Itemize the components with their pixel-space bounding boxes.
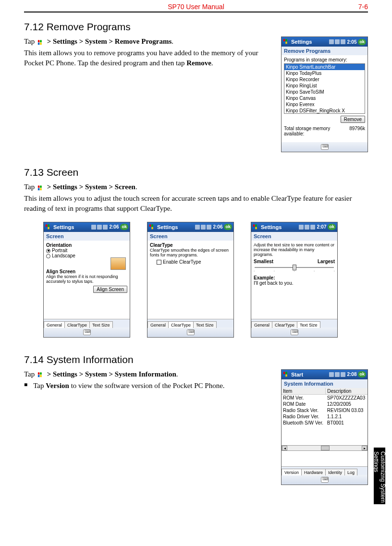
window-title: Settings: [291, 39, 328, 45]
ok-button[interactable]: ok: [358, 39, 366, 45]
list-item[interactable]: Kinpo SaveToSIM: [284, 89, 365, 95]
start-icon[interactable]: [283, 38, 290, 45]
programs-list[interactable]: Kinpo SmartLaunchBar Kinpo TodayPlus Kin…: [284, 63, 365, 114]
section-7-14-heading: 7.14 System Information: [24, 354, 368, 365]
volume-icon: [341, 372, 345, 377]
tab-cleartype[interactable]: ClearType: [272, 321, 297, 328]
section-7-13-heading: 7.13 Screen: [24, 167, 368, 178]
tab-cleartype[interactable]: ClearType: [168, 321, 194, 328]
section-7-12-body: This item allows you to remove programs …: [24, 48, 267, 68]
clock: 2:08: [347, 372, 356, 377]
keyboard-icon[interactable]: [321, 477, 329, 483]
programs-label: Programs in storage memory:: [284, 57, 365, 62]
connection-icon: [201, 225, 206, 230]
list-item[interactable]: Kinpo TodayPlus: [284, 70, 365, 76]
tab-log[interactable]: Log: [344, 469, 357, 475]
scroll-left-icon[interactable]: ◂: [282, 446, 287, 450]
system-info-table: Item Description ROM Ver.SP70XZZZZZA03 R…: [282, 388, 368, 426]
volume-icon: [310, 225, 315, 230]
table-row: Radio Stack Ver.REVISION 03.03: [282, 407, 368, 413]
tab-textsize[interactable]: Text Size: [89, 321, 113, 328]
ok-button[interactable]: ok: [358, 371, 366, 377]
align-screen-desc: Align the screen if it is not responding…: [46, 274, 127, 284]
start-icon[interactable]: [45, 224, 52, 231]
start-icon[interactable]: [149, 224, 156, 231]
enable-cleartype-checkbox[interactable]: Enable ClearType: [157, 259, 231, 265]
tab-general[interactable]: General: [147, 321, 169, 328]
clock: 2:05: [347, 39, 356, 45]
tab-general[interactable]: General: [251, 321, 272, 328]
list-item[interactable]: Kinpo DSFilter_RingRock X: [284, 108, 365, 114]
soft-key-bar: [282, 142, 368, 152]
largest-label: Largest: [318, 259, 335, 264]
screen-subtitle: Screen: [147, 232, 233, 241]
text-size-slider[interactable]: [255, 267, 334, 268]
orientation-label: Orientation: [46, 243, 127, 248]
tab-general[interactable]: General: [44, 321, 65, 328]
table-row: Radio Driver Ver.1.1.2.1: [282, 413, 368, 420]
col-item: Item: [282, 388, 326, 395]
cleartype-desc: ClearType smoothes the edges of screen f…: [150, 248, 231, 257]
col-description: Description: [326, 388, 368, 395]
start-icon[interactable]: [253, 224, 259, 231]
section-7-12-heading: 7.12 Remove Programs: [24, 21, 368, 33]
header-title: SP70 User Manual: [168, 3, 224, 11]
page-header: SP70 User Manual 7-6: [24, 0, 368, 12]
window-title: Settings: [157, 224, 194, 230]
bullet-icon: ■: [24, 381, 27, 390]
horizontal-scrollbar[interactable]: ◂ ▸: [282, 445, 368, 451]
ok-button[interactable]: ok: [328, 224, 336, 230]
table-row: ROM Date12/20/2005: [282, 401, 368, 407]
screen-cleartype-screenshot: Settings 2:06 ok Screen ClearType ClearT…: [147, 222, 234, 338]
system-information-screenshot: Start 2:08 ok System Information Item De…: [281, 369, 368, 485]
tap-path-7-12: Tap > Settings > System > Remove Program…: [24, 36, 267, 46]
clock: 2:07: [317, 224, 326, 230]
radio-portrait[interactable]: Portrait: [46, 248, 127, 253]
ok-button[interactable]: ok: [224, 224, 232, 230]
ppc-titlebar: Settings 2:05 ok: [282, 37, 368, 47]
list-item[interactable]: Kinpo SmartLaunchBar: [284, 64, 365, 70]
table-row: ROM Ver.SP70XZZZZZA03: [282, 394, 368, 401]
screen-textsize-screenshot: Settings 2:07 ok Screen Adjust the text …: [251, 222, 338, 338]
remove-programs-screenshot: Settings 2:05 ok Remove Programs Program…: [281, 36, 368, 152]
keyboard-icon[interactable]: [291, 329, 298, 335]
signal-icon: [299, 225, 304, 230]
keyboard-icon[interactable]: [187, 329, 195, 335]
tap-path-7-14: Tap > Settings > System > System Informa…: [24, 369, 267, 379]
window-title: Settings: [53, 224, 90, 230]
screen-subtitle: System Information: [282, 379, 368, 388]
signal-icon: [91, 225, 96, 230]
orientation-preview-icon: [110, 257, 126, 270]
window-title: Settings: [261, 224, 297, 230]
list-item[interactable]: Kinpo Everex: [284, 101, 365, 108]
keyboard-icon[interactable]: [83, 329, 91, 335]
bullet-version: ■ Tap Version to view the software versi…: [24, 381, 267, 390]
list-item[interactable]: Kinpo RingList: [284, 83, 365, 89]
volume-icon: [207, 225, 211, 230]
clock: 2:06: [109, 224, 119, 230]
list-item[interactable]: Kinpo Canvas: [284, 95, 365, 101]
align-screen-button[interactable]: Align Screen: [93, 286, 127, 293]
scroll-right-icon[interactable]: ▸: [362, 446, 367, 450]
screen-subtitle: Screen: [44, 232, 130, 241]
start-icon[interactable]: [283, 371, 290, 378]
list-item[interactable]: Kinpo Recorder: [284, 76, 365, 83]
tab-identity[interactable]: Identity: [325, 469, 345, 475]
start-icon: [37, 371, 45, 378]
ok-button[interactable]: ok: [120, 224, 128, 230]
signal-icon: [329, 39, 334, 44]
table-row: Bluetooth S/W Ver.BT0001: [282, 420, 368, 426]
tab-textsize[interactable]: Text Size: [297, 321, 320, 328]
tab-hardware[interactable]: Hardware: [301, 469, 326, 475]
connection-icon: [305, 225, 309, 230]
remove-button[interactable]: Remove: [341, 116, 365, 123]
start-icon: [37, 184, 45, 191]
smallest-label: Smallest: [254, 259, 273, 264]
keyboard-icon[interactable]: [321, 144, 329, 150]
storage-label: Total storage memory available:: [284, 126, 349, 136]
tab-cleartype[interactable]: ClearType: [64, 321, 90, 328]
tab-version[interactable]: Version: [282, 469, 302, 475]
tab-textsize[interactable]: Text Size: [193, 321, 217, 328]
tap-path-7-13: Tap > Settings > System > Screen.: [24, 182, 368, 192]
volume-icon: [341, 39, 345, 44]
